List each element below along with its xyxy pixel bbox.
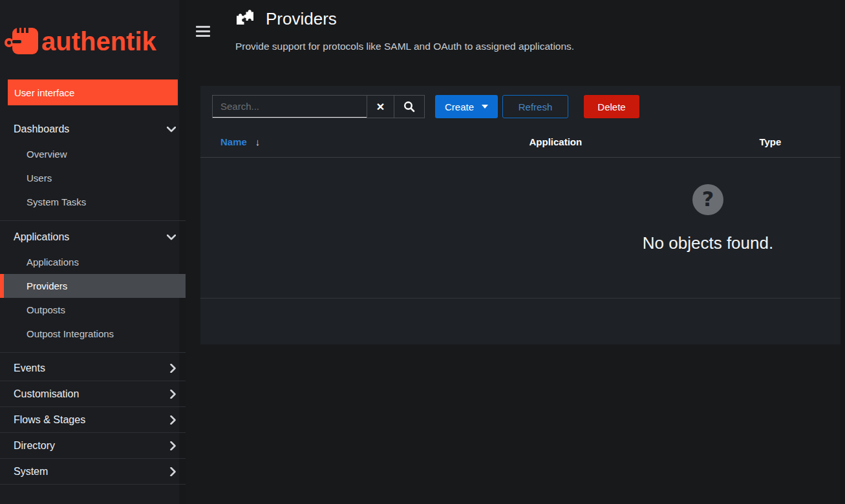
caret-down-icon — [482, 105, 488, 109]
close-icon: ✕ — [376, 101, 385, 113]
question-mark-icon: ? — [692, 184, 723, 215]
page-subtitle: Provide support for protocols like SAML … — [235, 41, 574, 52]
chevron-down-icon — [167, 127, 176, 132]
refresh-button[interactable]: Refresh — [502, 95, 568, 118]
create-button[interactable]: Create — [435, 95, 498, 118]
main-content: Providers Provide support for protocols … — [186, 0, 845, 504]
empty-row: ? No objects found. — [200, 157, 845, 298]
sidebar-item-outposts[interactable]: Outposts — [0, 298, 186, 322]
divider — [0, 220, 186, 221]
sidebar-item-applications[interactable]: Applications — [0, 250, 186, 274]
sidebar-section-applications[interactable]: Applications — [0, 224, 186, 250]
section-label: Applications — [14, 231, 69, 243]
search-button[interactable] — [394, 96, 424, 118]
section-label: Events — [14, 362, 45, 374]
pagination-footer — [200, 299, 845, 344]
sidebar-section-dashboards[interactable]: Dashboards — [0, 116, 186, 142]
hamburger-menu-button[interactable] — [196, 26, 210, 37]
chevron-down-icon — [167, 235, 176, 240]
search-group: ✕ — [212, 95, 425, 118]
section-label: System — [14, 466, 48, 478]
column-header-type: Type — [749, 127, 845, 157]
empty-state: ? No objects found. — [604, 184, 811, 253]
divider — [0, 352, 186, 353]
hamburger-icon — [196, 26, 210, 28]
sidebar-section-customisation[interactable]: Customisation — [0, 381, 186, 407]
sidebar: authentik User interface Dashboards Over… — [0, 0, 186, 504]
sidebar-item-users[interactable]: Users — [0, 166, 186, 190]
section-label: Directory — [14, 440, 55, 452]
page-header: Providers Provide support for protocols … — [235, 8, 574, 52]
column-header-name: Name ↓ — [200, 127, 519, 157]
sidebar-section-flows-stages[interactable]: Flows & Stages — [0, 407, 186, 433]
delete-button[interactable]: Delete — [584, 95, 639, 118]
toolbar: ✕ Create Refresh Delete — [200, 86, 845, 127]
chevron-right-icon — [170, 441, 176, 450]
authentik-logo-text: authentik — [41, 27, 156, 56]
search-input[interactable] — [213, 96, 367, 118]
authentik-logo[interactable]: authentik — [0, 0, 186, 71]
authentik-logo-icon — [4, 26, 39, 56]
section-label: Dashboards — [14, 123, 69, 135]
providers-card: ✕ Create Refresh Delete — [200, 86, 845, 344]
page-title: Providers — [266, 8, 337, 30]
create-button-label: Create — [445, 101, 474, 112]
sidebar-nav: Dashboards Overview Users System Tasks A… — [0, 116, 186, 485]
page-scrollbar[interactable] — [840, 0, 845, 504]
sidebar-item-outpost-integrations[interactable]: Outpost Integrations — [0, 322, 186, 346]
sidebar-section-directory[interactable]: Directory — [0, 433, 186, 459]
section-label: Customisation — [14, 388, 79, 400]
chevron-right-icon — [170, 364, 176, 373]
sidebar-item-system-tasks[interactable]: System Tasks — [0, 190, 186, 214]
puzzle-icon — [235, 10, 255, 29]
user-interface-button[interactable]: User interface — [8, 79, 178, 105]
sidebar-section-system[interactable]: System — [0, 459, 186, 485]
column-header-application: Application — [519, 127, 749, 157]
sidebar-item-providers[interactable]: Providers — [0, 274, 186, 298]
sort-by-name-button[interactable]: Name ↓ — [220, 136, 260, 147]
chevron-right-icon — [170, 390, 176, 399]
empty-state-text: No objects found. — [604, 233, 811, 253]
sidebar-section-events[interactable]: Events — [0, 355, 186, 381]
providers-table: Name ↓ Application Type ? — [200, 127, 845, 299]
sort-descending-icon: ↓ — [255, 136, 261, 147]
search-icon — [403, 101, 415, 112]
clear-search-button[interactable]: ✕ — [367, 96, 394, 118]
sidebar-item-overview[interactable]: Overview — [0, 142, 186, 166]
section-label: Flows & Stages — [14, 414, 85, 426]
chevron-right-icon — [170, 467, 176, 476]
chevron-right-icon — [170, 415, 176, 425]
